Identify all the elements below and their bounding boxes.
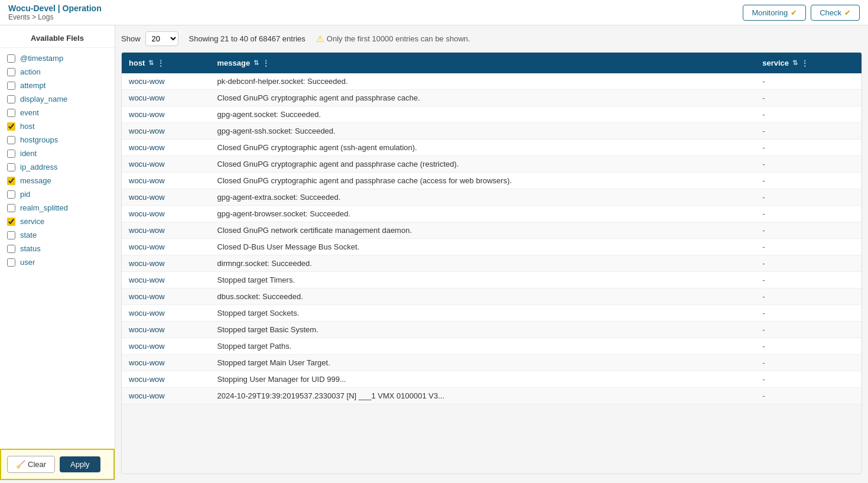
checkbox-realm_splitted[interactable] (7, 204, 15, 212)
checkbox-attempt[interactable] (7, 82, 15, 90)
cell-service: - (755, 355, 862, 371)
checkbox-action[interactable] (7, 68, 15, 76)
cell-message: Stopping User Manager for UID 999... (210, 371, 756, 388)
cell-service: - (755, 272, 862, 288)
cell-service: - (755, 288, 862, 305)
checkbox-service[interactable] (7, 218, 15, 226)
cell-message: Closed GnuPG network certificate managem… (210, 222, 756, 239)
cell-service: - (755, 73, 862, 90)
sidebar-item-pid[interactable]: pid (0, 187, 115, 201)
checkbox-ident[interactable] (7, 150, 15, 158)
cell-host: wocu-wow (122, 288, 210, 305)
sidebar-actions: 🧹 Clear Apply (0, 449, 115, 480)
warning-text: Only the first 10000 entries can be show… (327, 34, 470, 43)
monitoring-button[interactable]: Monitoring ✔ (743, 5, 806, 21)
checkbox-hostgroups[interactable] (7, 136, 15, 144)
sidebar-item-ident[interactable]: ident (0, 147, 115, 160)
showing-text: Showing 21 to 40 of 68467 entries (189, 34, 305, 43)
warning-icon: ⚠ (316, 34, 324, 44)
table-header: host ⇅ ⋮ message ⇅ ⋮ service ⇅ ⋮ (122, 53, 862, 73)
table-row: wocu-wowStopped target Timers.- (122, 272, 862, 288)
sidebar-item-action[interactable]: action (0, 65, 115, 79)
cell-host: wocu-wow (122, 106, 210, 123)
checkbox-event[interactable] (7, 109, 15, 117)
checkbox-pid[interactable] (7, 190, 15, 199)
sidebar-item-ip_address[interactable]: ip_address (0, 160, 115, 174)
show-select[interactable]: 102050100 (145, 31, 178, 46)
checkbox-ip_address[interactable] (7, 163, 15, 171)
checkbox-display_name[interactable] (7, 95, 15, 103)
cell-message: Stopped target Main User Target. (210, 355, 756, 371)
sidebar-item-message[interactable]: message (0, 174, 115, 187)
cell-message: Closed GnuPG cryptographic agent (ssh-ag… (210, 140, 756, 156)
checkbox-host[interactable] (7, 122, 15, 131)
col-menu-service[interactable]: ⋮ (801, 59, 808, 67)
col-label-host: host (129, 59, 145, 67)
sort-icon-message[interactable]: ⇅ (253, 59, 259, 67)
cell-host: wocu-wow (122, 173, 210, 189)
col-menu-message[interactable]: ⋮ (262, 59, 269, 67)
checkbox-timestamp[interactable] (7, 54, 15, 63)
field-label-status: status (20, 244, 41, 253)
checkbox-message[interactable] (7, 177, 15, 185)
cell-message: dirmngr.socket: Succeeded. (210, 255, 756, 272)
sort-icon-host[interactable]: ⇅ (148, 59, 154, 67)
clear-button[interactable]: 🧹 Clear (7, 456, 55, 473)
main-layout: Available Fiels @timestampactionattemptd… (0, 25, 868, 480)
sidebar-item-state[interactable]: state (0, 228, 115, 242)
cell-host: wocu-wow (122, 322, 210, 338)
sidebar-item-host[interactable]: host (0, 119, 115, 133)
sidebar-item-timestamp[interactable]: @timestamp (0, 51, 115, 65)
sidebar-item-display_name[interactable]: display_name (0, 92, 115, 106)
field-label-ident: ident (20, 149, 37, 158)
cell-host: wocu-wow (122, 239, 210, 255)
sidebar-item-user[interactable]: user (0, 255, 115, 269)
clear-label: Clear (28, 460, 46, 469)
cell-service: - (755, 388, 862, 404)
sidebar-item-event[interactable]: event (0, 106, 115, 119)
show-label: Show (121, 34, 141, 43)
check-label: Check (820, 8, 841, 17)
sidebar-item-service[interactable]: service (0, 215, 115, 228)
col-header-service: service ⇅ ⋮ (755, 53, 862, 73)
field-label-realm_splitted: realm_splitted (20, 203, 68, 212)
cell-message: Stopped target Timers. (210, 272, 756, 288)
monitoring-icon: ✔ (791, 8, 797, 17)
sidebar-item-realm_splitted[interactable]: realm_splitted (0, 201, 115, 215)
cell-message: Closed GnuPG cryptographic agent and pas… (210, 173, 756, 189)
cell-service: - (755, 156, 862, 173)
cell-host: wocu-wow (122, 305, 210, 322)
field-label-state: state (20, 231, 37, 239)
field-label-timestamp: @timestamp (20, 54, 63, 63)
col-menu-host[interactable]: ⋮ (157, 59, 164, 67)
sidebar-item-attempt[interactable]: attempt (0, 79, 115, 92)
sidebar-item-hostgroups[interactable]: hostgroups (0, 133, 115, 147)
cell-host: wocu-wow (122, 272, 210, 288)
header: Wocu-Devel | Operation Events > Logs Mon… (0, 0, 868, 25)
cell-message: Stopped target Paths. (210, 338, 756, 355)
table-row: wocu-wowgpg-agent-browser.socket: Succee… (122, 206, 862, 222)
table-row: wocu-wowStopped target Sockets.- (122, 305, 862, 322)
warning-message: ⚠ Only the first 10000 entries can be sh… (316, 34, 470, 44)
checkbox-status[interactable] (7, 245, 15, 253)
cell-host: wocu-wow (122, 222, 210, 239)
sort-icon-service[interactable]: ⇅ (792, 59, 798, 67)
table-row: wocu-wowStopped target Paths.- (122, 338, 862, 355)
cell-service: - (755, 371, 862, 388)
table-row: wocu-wowgpg-agent.socket: Succeeded.- (122, 106, 862, 123)
apply-button[interactable]: Apply (60, 456, 100, 472)
table-row: wocu-wowgpg-agent-ssh.socket: Succeeded.… (122, 123, 862, 140)
check-button[interactable]: Check ✔ (811, 5, 860, 21)
checkbox-user[interactable] (7, 258, 15, 267)
checkbox-state[interactable] (7, 231, 15, 239)
field-label-message: message (20, 176, 51, 185)
table-row: wocu-wowStopped target Basic System.- (122, 322, 862, 338)
table-row: wocu-wowStopped target Main User Target.… (122, 355, 862, 371)
col-label-service: service (762, 59, 789, 67)
table-row: wocu-wowdirmngr.socket: Succeeded.- (122, 255, 862, 272)
field-label-host: host (20, 122, 35, 131)
cell-message: Closed GnuPG cryptographic agent and pas… (210, 90, 756, 106)
log-table: host ⇅ ⋮ message ⇅ ⋮ service ⇅ ⋮ wocu-wo… (122, 53, 862, 404)
sidebar-item-status[interactable]: status (0, 242, 115, 255)
field-label-ip_address: ip_address (20, 163, 58, 171)
